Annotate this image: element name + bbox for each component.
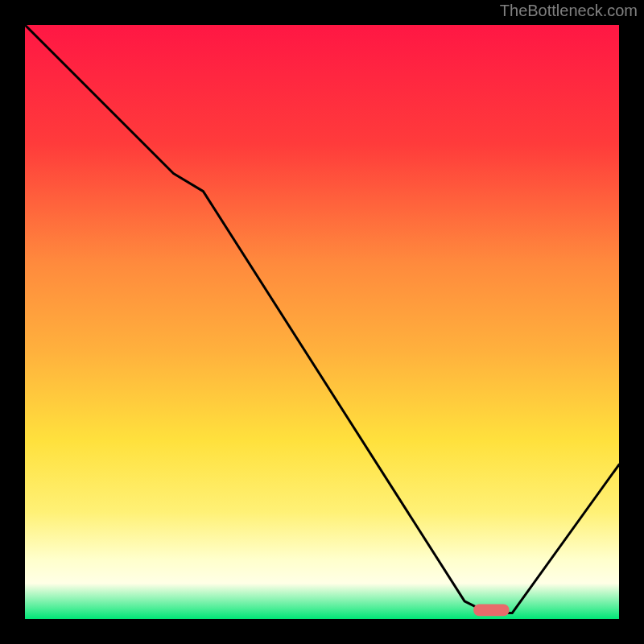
- chart-plot-area: [25, 25, 619, 619]
- chart-svg: [25, 25, 619, 619]
- watermark-text: TheBottleneck.com: [500, 2, 638, 20]
- chart-marker: [473, 605, 509, 617]
